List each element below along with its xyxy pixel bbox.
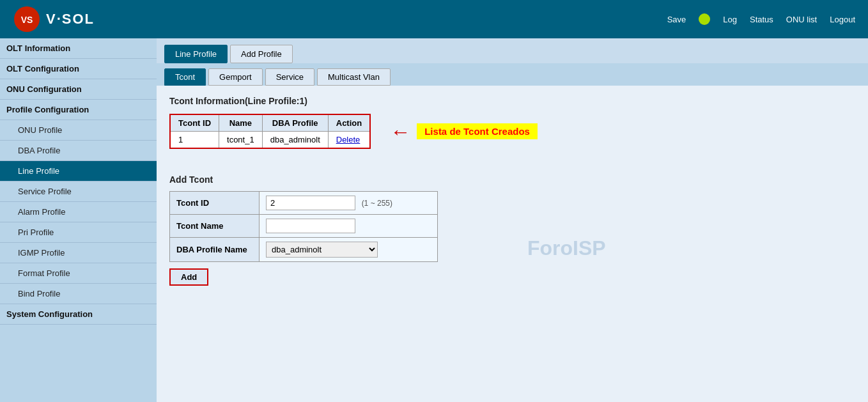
tab-tcont[interactable]: Tcont <box>164 68 206 86</box>
dba-profile-select[interactable]: dba_adminolt <box>266 242 378 258</box>
tcont-name-input[interactable] <box>266 219 355 233</box>
sidebar-item-olt-configuration[interactable]: OLT Configuration <box>0 59 157 79</box>
sidebar-item-onu-configuration[interactable]: ONU Configuration <box>0 79 157 100</box>
sidebar-item-onu-profile[interactable]: ONU Profile <box>0 120 157 141</box>
annotation: ← Lista de Tcont Creados <box>390 121 538 142</box>
add-tcont-button[interactable]: Add <box>169 268 208 286</box>
tcont-name-field-cell <box>260 215 438 238</box>
dba-profile-field-cell: dba_adminolt <box>260 238 438 262</box>
tab-service[interactable]: Service <box>265 68 314 86</box>
content-area: Tcont Information(Line Profile:1) Tcont … <box>157 86 868 296</box>
tcont-id-field-cell: (1 ~ 255) <box>260 192 438 215</box>
sidebar-item-alarm-profile[interactable]: Alarm Profile <box>0 202 157 222</box>
annotation-label: Lista de Tcont Creados <box>417 123 538 139</box>
header-right: Save Log Status ONU list Logout <box>667 13 855 25</box>
sidebar-item-service-profile[interactable]: Service Profile <box>0 182 157 202</box>
vsol-logo-icon: VS <box>13 5 41 33</box>
add-tcont-title: Add Tcont <box>169 174 855 185</box>
tcont-id-input[interactable] <box>266 196 355 210</box>
arrow-icon: ← <box>390 121 410 142</box>
layout: OLT Information OLT Configuration ONU Co… <box>0 38 868 402</box>
col-header-dba: DBA Profile <box>262 114 328 132</box>
sidebar: OLT Information OLT Configuration ONU Co… <box>0 38 157 402</box>
sidebar-item-system-configuration[interactable]: System Configuration <box>0 304 157 325</box>
header: VS V·SOL Save Log Status ONU list Logout <box>0 0 868 38</box>
sidebar-item-pri-profile[interactable]: Pri Profile <box>0 222 157 243</box>
tab-add-profile[interactable]: Add Profile <box>230 45 293 63</box>
main-content: Line Profile Add Profile Tcont Gemport S… <box>157 38 868 402</box>
dba-profile-label: DBA Profile Name <box>170 238 260 262</box>
col-header-name: Name <box>219 114 263 132</box>
tcont-table: Tcont ID Name DBA Profile Action 1 tcont… <box>169 114 371 149</box>
status-link[interactable]: Status <box>750 15 773 24</box>
sidebar-item-format-profile[interactable]: Format Profile <box>0 263 157 284</box>
log-link[interactable]: Log <box>723 15 737 24</box>
sidebar-item-dba-profile[interactable]: DBA Profile <box>0 141 157 161</box>
form-row-tcont-id: Tcont ID (1 ~ 255) <box>170 192 438 215</box>
sidebar-item-igmp-profile[interactable]: IGMP Profile <box>0 243 157 263</box>
sidebar-item-bind-profile[interactable]: Bind Profile <box>0 284 157 304</box>
form-row-dba-profile: DBA Profile Name dba_adminolt <box>170 238 438 262</box>
sidebar-item-profile-configuration[interactable]: Profile Configuration <box>0 100 157 120</box>
tcont-name-label: Tcont Name <box>170 215 260 238</box>
tab-multicast-vlan[interactable]: Multicast Vlan <box>317 68 391 86</box>
add-tcont-form: Tcont ID (1 ~ 255) Tcont Name DBA Pr <box>169 191 438 262</box>
col-header-action: Action <box>328 114 370 132</box>
tab-gemport[interactable]: Gemport <box>208 68 263 86</box>
tcont-action-cell: Delete <box>328 132 370 149</box>
onu-list-link[interactable]: ONU list <box>786 15 817 24</box>
svg-text:VS: VS <box>21 15 33 25</box>
tcont-id-cell: 1 <box>170 132 219 149</box>
table-row: 1 tcont_1 dba_adminolt Delete <box>170 132 370 149</box>
tcont-dba-cell: dba_adminolt <box>262 132 328 149</box>
save-button[interactable]: Save <box>667 15 686 24</box>
tabs-row1: Line Profile Add Profile <box>157 38 868 63</box>
sidebar-item-olt-information[interactable]: OLT Information <box>0 38 157 59</box>
tcont-id-label: Tcont ID <box>170 192 260 215</box>
logo-text: V·SOL <box>46 11 95 27</box>
tcont-id-hint: (1 ~ 255) <box>362 199 392 208</box>
tcont-name-cell: tcont_1 <box>219 132 263 149</box>
status-indicator <box>699 13 710 25</box>
col-header-id: Tcont ID <box>170 114 219 132</box>
tcont-info-title: Tcont Information(Line Profile:1) <box>169 96 855 106</box>
form-row-tcont-name: Tcont Name <box>170 215 438 238</box>
logout-link[interactable]: Logout <box>830 15 855 24</box>
tabs-row2: Tcont Gemport Service Multicast Vlan <box>157 63 868 86</box>
delete-button[interactable]: Delete <box>336 135 360 144</box>
tab-line-profile[interactable]: Line Profile <box>164 45 228 63</box>
logo-area: VS V·SOL <box>13 5 95 33</box>
sidebar-item-line-profile[interactable]: Line Profile <box>0 161 157 182</box>
